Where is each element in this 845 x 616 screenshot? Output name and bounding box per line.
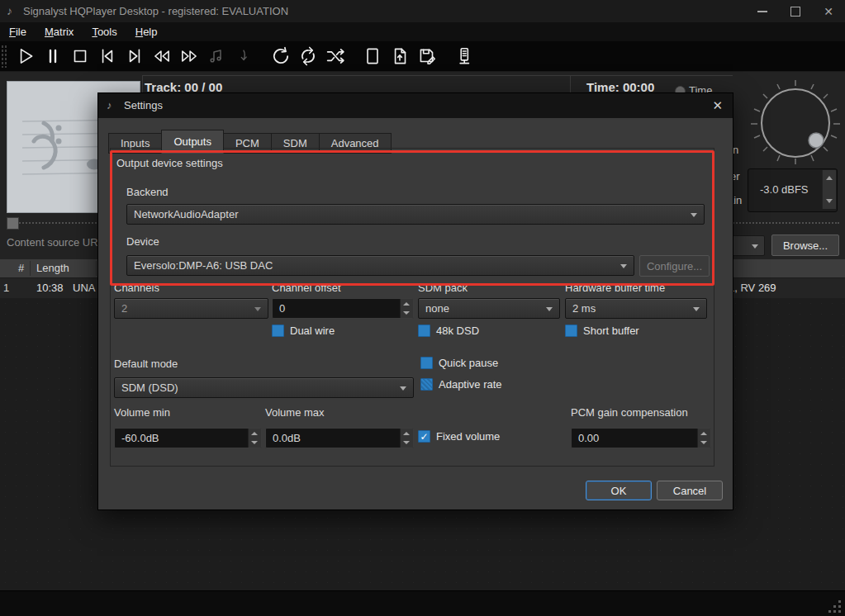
adaptive-rate-label: Adaptive rate <box>439 378 502 391</box>
menu-help[interactable]: Help <box>126 24 167 40</box>
channels-label: Channels <box>114 282 159 294</box>
chevron-down-icon <box>546 307 553 311</box>
default-mode-label: Default mode <box>114 358 178 370</box>
dialog-title: Settings <box>124 99 163 111</box>
checkbox-box <box>418 325 430 337</box>
default-mode-select[interactable]: SDM (DSD) <box>114 377 414 398</box>
dialog-titlebar: ♪ Settings ✕ <box>98 93 733 118</box>
volume-min-value: -60.0dB <box>121 432 159 444</box>
volume-knob[interactable] <box>748 78 843 169</box>
chevron-down-icon <box>693 307 700 311</box>
backend-select[interactable]: NetworkAudioAdapter <box>126 204 705 225</box>
rewind-icon[interactable] <box>148 44 175 69</box>
cancel-button[interactable]: Cancel <box>657 481 723 500</box>
configure-button: Configure... <box>639 255 710 277</box>
checkbox-box <box>420 357 433 369</box>
checkbox-box <box>420 378 433 391</box>
channels-select[interactable]: 2 <box>114 298 268 319</box>
repeat-all-icon[interactable] <box>294 44 321 69</box>
adaptive-rate-checkbox[interactable]: Adaptive rate <box>420 378 502 391</box>
row-title: UNA <box>73 282 95 294</box>
window-titlebar: ♪ Signalyst HQPlayer Desktop - registere… <box>0 0 845 22</box>
pause-icon[interactable] <box>39 44 66 69</box>
status-bar <box>0 590 845 616</box>
dual-wire-label: Dual wire <box>290 325 335 337</box>
chevron-down-icon <box>752 244 758 249</box>
volume-max-value: 0.0dB <box>273 432 301 444</box>
channel-offset-value: 0 <box>279 302 285 315</box>
device-value: Eversolo:DMP-A6: USB DAC <box>134 259 273 272</box>
shuffle-icon[interactable] <box>321 44 349 69</box>
stop-icon[interactable] <box>66 44 93 69</box>
sdm-pack-value: none <box>425 302 449 315</box>
quick-pause-label: Quick pause <box>439 357 498 369</box>
chevron-down-icon <box>400 386 406 391</box>
app-window: ♪ Signalyst HQPlayer Desktop - registere… <box>0 0 845 616</box>
pcm-gain-label: PCM gain compensation <box>571 406 688 419</box>
chevron-down-icon <box>691 213 697 217</box>
hw-buffer-value: 2 ms <box>572 302 596 315</box>
short-buffer-label: Short buffer <box>583 325 639 337</box>
volume-spin-buttons[interactable] <box>822 170 836 209</box>
tab-outputs[interactable]: Outputs <box>161 130 224 154</box>
save-playlist-icon[interactable] <box>413 44 440 69</box>
resize-grip[interactable] <box>838 610 841 613</box>
toolbar-grip[interactable] <box>1 45 7 68</box>
dual-wire-checkbox[interactable]: Dual wire <box>272 325 335 337</box>
dialog-close-icon[interactable]: ✕ <box>712 98 723 113</box>
spin-buttons[interactable] <box>400 429 413 448</box>
volume-max-label: Volume max <box>265 406 325 419</box>
new-playlist-icon[interactable] <box>358 44 386 69</box>
previous-track-icon[interactable] <box>93 44 121 69</box>
pcm-gain-spinner[interactable]: 0.00 <box>571 428 711 448</box>
backend-label: Backend <box>126 186 169 198</box>
sdm-pack-select[interactable]: none <box>418 298 560 319</box>
play-icon[interactable] <box>12 44 39 69</box>
volume-min-spinner[interactable]: -60.0dB <box>114 428 262 448</box>
menu-matrix[interactable]: Matrix <box>36 24 83 40</box>
48k-dsd-checkbox[interactable]: 48k DSD <box>418 325 479 337</box>
open-file-icon[interactable] <box>386 44 413 69</box>
spin-buttons[interactable] <box>400 299 413 318</box>
menu-file[interactable]: File <box>0 24 36 40</box>
short-buffer-checkbox[interactable]: Short buffer <box>565 325 639 337</box>
network-audio-icon[interactable] <box>450 44 477 69</box>
channel-offset-spinner[interactable]: 0 <box>272 298 414 319</box>
spin-up-icon <box>700 432 707 435</box>
checkbox-box: ✓ <box>418 430 430 443</box>
window-title: Signalyst HQPlayer Desktop - registered:… <box>23 5 288 17</box>
hw-buffer-select[interactable]: 2 ms <box>565 298 707 319</box>
menu-tools[interactable]: Tools <box>83 24 126 40</box>
spin-buttons[interactable] <box>697 429 710 448</box>
column-number[interactable]: # <box>18 262 24 274</box>
repeat-one-icon[interactable] <box>267 44 294 69</box>
sdm-pack-label: SDM pack <box>418 282 468 294</box>
toolbar <box>0 41 845 72</box>
quick-pause-checkbox[interactable]: Quick pause <box>420 357 498 369</box>
app-icon: ♪ <box>7 4 12 17</box>
spin-buttons[interactable] <box>248 429 261 448</box>
notes-icon <box>202 44 230 69</box>
spin-up-icon <box>403 302 410 306</box>
spin-up-icon <box>403 432 410 435</box>
menu-bar: File Matrix Tools Help <box>0 22 845 41</box>
column-length[interactable]: Length <box>36 262 69 274</box>
browse-button[interactable]: Browse... <box>771 235 839 256</box>
fixed-volume-checkbox[interactable]: ✓ Fixed volume <box>418 430 500 443</box>
volume-max-spinner[interactable]: 0.0dB <box>265 428 414 448</box>
backend-value: NetworkAudioAdapter <box>134 208 238 220</box>
seek-slider-handle[interactable] <box>7 217 19 230</box>
next-track-icon[interactable] <box>121 44 148 69</box>
device-label: Device <box>126 235 159 248</box>
close-button[interactable]: ✕ <box>812 0 845 22</box>
maximize-button[interactable] <box>779 0 812 22</box>
minimize-button[interactable] <box>746 0 779 22</box>
row-length: 10:38 <box>36 282 64 294</box>
ok-button[interactable]: OK <box>586 481 652 500</box>
hw-buffer-label: Hardware buffer time <box>565 282 665 294</box>
fast-forward-icon[interactable] <box>175 44 202 69</box>
spin-up-icon <box>826 176 833 180</box>
device-select[interactable]: Eversolo:DMP-A6: USB DAC <box>126 255 634 276</box>
volume-dbfs-spinner[interactable]: -3.0 dBFS <box>748 168 838 212</box>
spin-down-icon <box>826 199 833 203</box>
